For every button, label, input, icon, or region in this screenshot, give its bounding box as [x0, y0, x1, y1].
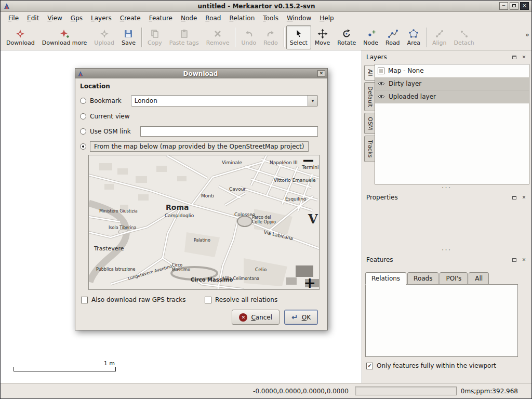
bookmark-combobox-value: London	[135, 97, 157, 104]
redo-icon	[265, 29, 276, 39]
map-place-label: Campidoglio	[165, 214, 194, 219]
menu-edit[interactable]: Edit	[23, 13, 43, 23]
gps-tracks-label[interactable]: Also download raw GPS tracks	[91, 296, 185, 303]
layers-tab-osm[interactable]: OSM	[364, 113, 375, 134]
rotate-button[interactable]: Rotate	[334, 25, 360, 49]
layers-tab-all[interactable]: All	[364, 65, 375, 81]
features-float-button[interactable]	[511, 257, 517, 263]
radio-bookmark[interactable]	[80, 98, 86, 104]
align-button[interactable]: Align	[429, 25, 450, 49]
properties-float-button[interactable]	[511, 194, 517, 201]
gps-tracks-checkbox[interactable]	[81, 297, 88, 303]
radio-current-view[interactable]	[80, 113, 86, 119]
eye-icon[interactable]	[378, 94, 385, 100]
remove-button[interactable]: Remove	[203, 25, 233, 49]
menu-file[interactable]: File	[5, 13, 22, 23]
chevron-down-icon[interactable]: ▾	[308, 96, 317, 106]
features-tab-pois[interactable]: POI's	[440, 272, 468, 285]
layer-row-map-none[interactable]: Map - None	[375, 64, 529, 77]
features-tab-all[interactable]: All	[469, 272, 489, 285]
render-metrics: 0ms;ppm:392.968	[461, 388, 518, 395]
map-place-label: Pubblica Istruzione	[96, 268, 136, 272]
features-tab-bar: Relations Roads POI's All	[365, 272, 518, 285]
menu-relation[interactable]: Relation	[225, 13, 258, 23]
node-button[interactable]: Node	[360, 25, 382, 49]
menu-road[interactable]: Road	[202, 13, 224, 23]
menu-create[interactable]: Create	[116, 13, 144, 23]
undo-button[interactable]: Undo	[237, 25, 260, 49]
menu-gps[interactable]: Gps	[67, 13, 86, 23]
toolbar-overflow-chevron[interactable]: »	[525, 31, 529, 38]
radio-bookmark-label[interactable]: Bookmark	[90, 97, 122, 104]
download-more-button[interactable]: Download more	[38, 25, 91, 49]
menu-tools[interactable]: Tools	[259, 13, 282, 23]
features-list[interactable]	[365, 284, 518, 357]
viewport-filter-checkbox[interactable]: ✔	[366, 363, 373, 369]
select-button[interactable]: Select	[286, 25, 311, 49]
align-icon	[434, 29, 445, 39]
layer-row-dirty[interactable]: Dirty layer	[375, 77, 529, 90]
dialog-map[interactable]: − + ViminaleNapoléon IIITerminiVittorio …	[88, 155, 320, 290]
upload-button[interactable]: Upload	[90, 25, 118, 49]
resolve-relations-checkbox[interactable]	[205, 297, 211, 303]
dialog-close-button[interactable]: ✕	[317, 70, 325, 77]
layers-close-button[interactable]: ✕	[521, 54, 527, 60]
move-button[interactable]: Move	[311, 25, 334, 49]
copy-icon	[150, 29, 160, 39]
radio-use-osm-link-label[interactable]: Use OSM link	[90, 128, 131, 135]
road-icon	[388, 29, 398, 39]
eye-icon[interactable]	[378, 81, 385, 87]
menu-help[interactable]: Help	[316, 13, 337, 23]
menu-feature[interactable]: Feature	[145, 13, 176, 23]
bookmark-combobox[interactable]: London ▾	[131, 95, 318, 107]
osm-link-input[interactable]	[140, 126, 318, 137]
download-more-icon	[59, 29, 70, 39]
radio-current-view-label[interactable]: Current view	[90, 113, 130, 120]
map-place-label: Parco del Colle Oppio	[252, 216, 282, 225]
save-button[interactable]: Save	[118, 25, 139, 49]
radio-from-map-label[interactable]: From the map below (map provided by the …	[90, 141, 309, 152]
redo-button[interactable]: Redo	[260, 25, 282, 49]
road-button[interactable]: Road	[382, 25, 404, 49]
layer-list[interactable]: Map - None Dirty layer Uploaded layer	[375, 64, 529, 184]
layers-resize-grip[interactable]: •••	[364, 184, 529, 191]
ok-button[interactable]: ↵ OK	[284, 310, 318, 325]
coordinates-readout: -0.0000,0.0000,0.0000,0.0000	[253, 388, 349, 395]
toolbar: Download Download more Upload Save Copy …	[1, 24, 531, 50]
resolve-relations-label[interactable]: Resolve all relations	[215, 296, 277, 303]
maximize-button[interactable]	[510, 2, 518, 10]
menu-view[interactable]: View	[44, 13, 65, 23]
radio-use-osm-link[interactable]	[80, 128, 86, 135]
download-button[interactable]: Download	[3, 25, 38, 49]
close-button[interactable]: ✕	[520, 2, 529, 10]
features-close-button[interactable]: ✕	[521, 257, 527, 263]
features-tab-roads[interactable]: Roads	[407, 272, 438, 285]
features-tab-relations[interactable]: Relations	[365, 272, 406, 285]
layer-visibility-checkbox[interactable]	[378, 68, 384, 74]
dialog-titlebar[interactable]: Download ✕	[75, 69, 327, 78]
detach-button[interactable]: Detach	[450, 25, 478, 49]
area-button[interactable]: Area	[404, 25, 424, 49]
node-icon	[366, 29, 376, 39]
zoom-in-button[interactable]: +	[304, 274, 316, 290]
scale-bar: 1 m	[14, 367, 116, 371]
detach-icon	[459, 29, 469, 39]
features-dock-title: Features	[366, 256, 511, 263]
layers-float-button[interactable]	[511, 54, 517, 60]
download-icon	[15, 29, 25, 39]
layer-row-uploaded[interactable]: Uploaded layer	[375, 90, 529, 103]
cancel-button[interactable]: ✕ Cancel	[232, 310, 280, 325]
properties-resize-grip[interactable]: •••	[364, 247, 529, 253]
copy-button[interactable]: Copy	[144, 25, 166, 49]
properties-close-button[interactable]: ✕	[521, 194, 527, 201]
menu-node[interactable]: Node	[177, 13, 201, 23]
menu-window[interactable]: Window	[283, 13, 315, 23]
map-place-label: Villa Celimontana	[223, 277, 259, 282]
paste-tags-button[interactable]: Paste tags	[166, 25, 203, 49]
minimize-button[interactable]: ─	[499, 2, 508, 10]
radio-from-map[interactable]	[80, 143, 86, 150]
titlebar[interactable]: untitled - Merkaartor v0.15.2-svn ─ ✕	[1, 1, 531, 12]
layers-tab-default[interactable]: Default	[364, 82, 375, 111]
menu-layers[interactable]: Layers	[87, 13, 115, 23]
layers-tab-tracks[interactable]: Tracks	[364, 136, 375, 162]
